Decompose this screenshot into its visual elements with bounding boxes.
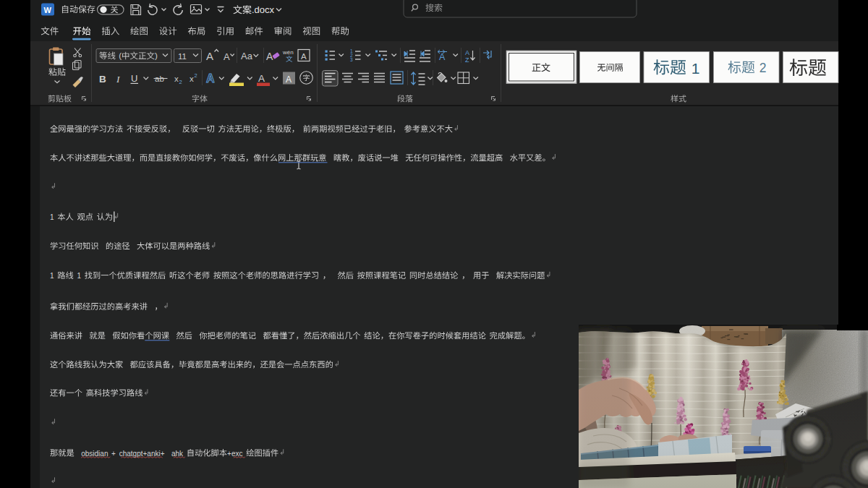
svg-text:1: 1	[77, 272, 82, 280]
svg-text:A: A	[465, 49, 469, 56]
svg-text:B: B	[99, 74, 106, 85]
svg-text:A: A	[206, 72, 215, 85]
svg-text:U: U	[131, 73, 137, 84]
svg-text:): )	[155, 51, 158, 60]
svg-text:Z: Z	[465, 56, 469, 64]
svg-text:(: (	[116, 51, 122, 60]
svg-text:+exc: +exc	[227, 450, 242, 458]
svg-text:3: 3	[350, 57, 353, 62]
svg-text:A: A	[439, 52, 446, 62]
svg-text:x: x	[174, 74, 179, 83]
svg-text:Aa: Aa	[241, 51, 253, 61]
svg-text:A: A	[258, 73, 265, 84]
svg-text:A: A	[286, 74, 292, 85]
svg-text:x: x	[190, 74, 194, 83]
svg-text:1: 1	[50, 272, 54, 280]
svg-text:ahk: ahk	[171, 450, 184, 458]
svg-text:2: 2	[756, 61, 767, 75]
svg-text:A: A	[224, 51, 230, 62]
svg-text:A: A	[206, 50, 213, 62]
svg-text:A: A	[301, 52, 307, 61]
svg-text:A: A	[266, 51, 273, 62]
svg-text:obsidian: obsidian	[81, 450, 108, 458]
svg-text:11: 11	[178, 52, 187, 61]
svg-text:+: +	[111, 450, 116, 458]
svg-text:wén: wén	[282, 49, 294, 56]
svg-text:chatgpt+anki+: chatgpt+anki+	[119, 450, 165, 458]
svg-text:W: W	[44, 6, 52, 14]
svg-text:1: 1	[687, 60, 700, 77]
svg-text:2: 2	[179, 79, 182, 85]
svg-text:.docx: .docx	[252, 4, 275, 15]
svg-text:2: 2	[195, 72, 197, 79]
svg-text:1: 1	[50, 213, 54, 221]
